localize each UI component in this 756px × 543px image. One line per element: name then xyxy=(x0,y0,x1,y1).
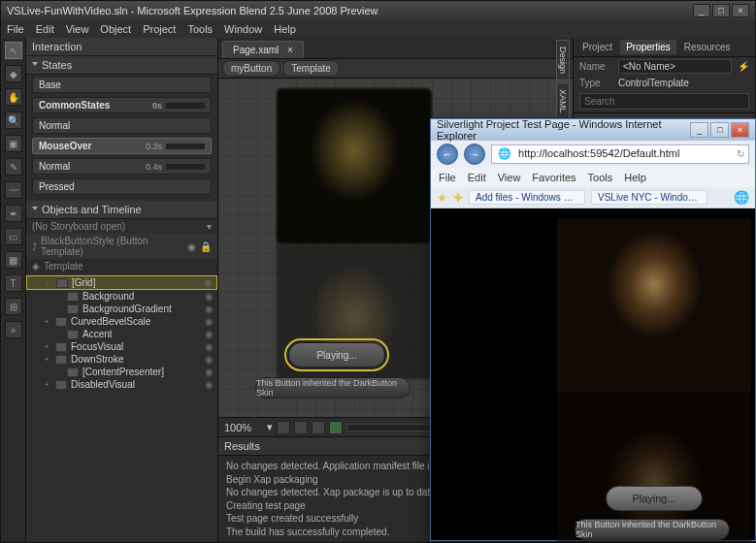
tree-row[interactable]: Background◉ xyxy=(26,290,217,303)
add-favorite-icon[interactable]: ✚ xyxy=(453,191,463,205)
document-tab[interactable]: Page.xaml × xyxy=(222,41,304,58)
selection-tool-icon[interactable]: ↖ xyxy=(5,42,22,59)
ie-close-button[interactable]: × xyxy=(731,122,749,138)
ie-menu-edit[interactable]: Edit xyxy=(468,172,486,183)
menu-project[interactable]: Project xyxy=(143,23,176,35)
visibility-icon[interactable]: ◉ xyxy=(205,303,214,314)
tab-close-icon[interactable]: × xyxy=(287,45,293,55)
snap-grid-icon[interactable] xyxy=(277,421,290,434)
zoom-level[interactable]: 100% xyxy=(224,422,263,433)
playing-button[interactable]: Playing... xyxy=(606,486,703,511)
playing-button[interactable]: Playing... xyxy=(288,342,385,367)
tree-row[interactable]: [ContentPresenter]◉ xyxy=(26,366,217,378)
control-tool-icon[interactable]: ⊞ xyxy=(5,298,22,315)
state-pressed[interactable]: Pressed xyxy=(32,178,212,195)
menu-tools[interactable]: Tools xyxy=(187,23,213,35)
visibility-icon[interactable]: ◉ xyxy=(205,341,214,352)
tree-expand-icon[interactable]: - xyxy=(43,278,52,287)
name-value[interactable]: <No Name> xyxy=(618,59,732,74)
menu-edit[interactable]: Edit xyxy=(36,23,54,35)
zoom-dropdown-icon[interactable]: ▾ xyxy=(267,421,273,433)
minimize-button[interactable]: _ xyxy=(693,4,710,17)
ie-menu-tools[interactable]: Tools xyxy=(588,172,613,183)
fav-link-2[interactable]: VSLive NYC - Windows Liv... xyxy=(591,190,707,205)
tree-row[interactable]: +DisabledVisual◉ xyxy=(26,378,217,391)
refresh-icon[interactable]: ↻ xyxy=(737,148,744,159)
visibility-icon[interactable]: ◉ xyxy=(205,367,214,377)
crumb-mybutton[interactable]: myButton xyxy=(222,60,280,77)
ie-menu-help[interactable]: Help xyxy=(624,172,646,183)
favorites-star-icon[interactable]: ★ xyxy=(437,191,447,205)
menu-object[interactable]: Object xyxy=(100,23,131,35)
tree-row[interactable]: BackgroundGradient◉ xyxy=(26,303,217,315)
interaction-header[interactable]: Interaction xyxy=(26,38,217,56)
layout-tool-icon[interactable]: ▦ xyxy=(5,251,22,269)
tree-expand-icon[interactable]: + xyxy=(42,317,51,326)
transition-slider[interactable] xyxy=(166,144,205,149)
tree-row[interactable]: Accent◉ xyxy=(26,328,217,340)
visibility-icon[interactable]: ◉ xyxy=(205,329,214,339)
rectangle-tool-icon[interactable]: ▭ xyxy=(5,228,22,245)
tree-expand-icon[interactable]: + xyxy=(42,380,51,389)
storyboard-new-icon[interactable]: ▾ xyxy=(207,221,212,232)
ie-back-button[interactable]: ← xyxy=(437,144,458,165)
menu-view[interactable]: View xyxy=(66,23,89,35)
template-scope-row[interactable]: ⤴ BlackButtonStyle (Button Template) ◉ 🔒 xyxy=(26,234,217,259)
lock-icon[interactable]: 🔒 xyxy=(200,241,212,252)
tab-project[interactable]: Project xyxy=(576,40,618,54)
tree-expand-icon[interactable]: + xyxy=(42,355,51,364)
blend-titlebar[interactable]: VSLive-FunWithVideo.sln - Microsoft Expr… xyxy=(1,1,755,20)
ie-url-field[interactable]: 🌐 http://localhost:59542/Default.html ↻ xyxy=(491,144,749,164)
menu-window[interactable]: Window xyxy=(224,23,262,35)
transition-slider[interactable] xyxy=(166,164,205,170)
scope-up-icon[interactable]: ⤴ xyxy=(32,241,37,252)
ie-maximize-button[interactable]: □ xyxy=(710,122,729,138)
menu-help[interactable]: Help xyxy=(274,23,296,35)
ie-forward-button[interactable]: → xyxy=(464,144,485,165)
fav-link-1[interactable]: Add files - Windows Live S... xyxy=(469,190,585,205)
visibility-icon[interactable]: ◉ xyxy=(205,291,214,302)
inherited-button[interactable]: This Button inherited the DarkButton Ski… xyxy=(255,377,411,399)
timeline-header[interactable]: Objects and Timeline xyxy=(26,201,217,219)
text-tool-icon[interactable]: T xyxy=(5,274,22,292)
camera-tool-icon[interactable]: ▣ xyxy=(5,135,22,152)
view-design-tab[interactable]: Design xyxy=(556,40,570,80)
state-normal-2[interactable]: Normal 0.4s xyxy=(32,158,212,175)
visibility-icon[interactable]: ◉ xyxy=(205,316,214,327)
tree-row[interactable]: +DownStroke◉ xyxy=(26,353,217,366)
brush-tool-icon[interactable]: 〰 xyxy=(5,181,22,199)
asset-tool-icon[interactable]: » xyxy=(5,321,22,338)
tree-row[interactable]: -[Grid]◉ xyxy=(26,275,217,290)
ie-minimize-button[interactable]: _ xyxy=(690,122,708,138)
state-mouseover[interactable]: MouseOver 0.3s xyxy=(32,138,212,154)
template-root-row[interactable]: ◈ Template xyxy=(26,259,217,273)
eyedropper-tool-icon[interactable]: ✎ xyxy=(5,158,22,176)
state-normal[interactable]: Normal xyxy=(32,117,212,134)
events-icon[interactable]: ⚡ xyxy=(738,61,749,72)
effects-icon[interactable] xyxy=(329,421,343,434)
transition-slider[interactable] xyxy=(166,103,205,109)
visibility-icon[interactable]: ◉ xyxy=(204,277,213,288)
snap-lines-icon[interactable] xyxy=(294,421,308,434)
visibility-icon[interactable]: ◉ xyxy=(205,354,214,365)
menu-file[interactable]: File xyxy=(7,23,24,35)
crumb-template[interactable]: Template xyxy=(282,60,340,77)
tree-row[interactable]: +CurvedBevelScale◉ xyxy=(26,315,217,328)
state-base[interactable]: Base xyxy=(32,77,212,93)
search-input[interactable] xyxy=(579,93,749,110)
tab-resources[interactable]: Resources xyxy=(678,40,737,54)
tab-properties[interactable]: Properties xyxy=(620,40,676,54)
state-group-common[interactable]: CommonStates 0s xyxy=(32,97,212,113)
visibility-icon[interactable]: ◉ xyxy=(205,379,214,390)
maximize-button[interactable]: □ xyxy=(712,4,730,17)
ie-menu-view[interactable]: View xyxy=(498,172,521,183)
view-xaml-tab[interactable]: XAML xyxy=(556,82,570,120)
pan-tool-icon[interactable]: ✋ xyxy=(5,88,22,106)
ie-menu-file[interactable]: File xyxy=(439,172,456,183)
ie-titlebar[interactable]: Silverlight Project Test Page - Windows … xyxy=(431,119,755,141)
tree-expand-icon[interactable]: + xyxy=(42,342,51,351)
ie-globe-icon[interactable]: 🌐 xyxy=(734,190,749,205)
eye-icon[interactable]: ◉ xyxy=(187,241,196,252)
ie-menu-favorites[interactable]: Favorites xyxy=(532,172,575,183)
states-header[interactable]: States xyxy=(26,56,217,75)
